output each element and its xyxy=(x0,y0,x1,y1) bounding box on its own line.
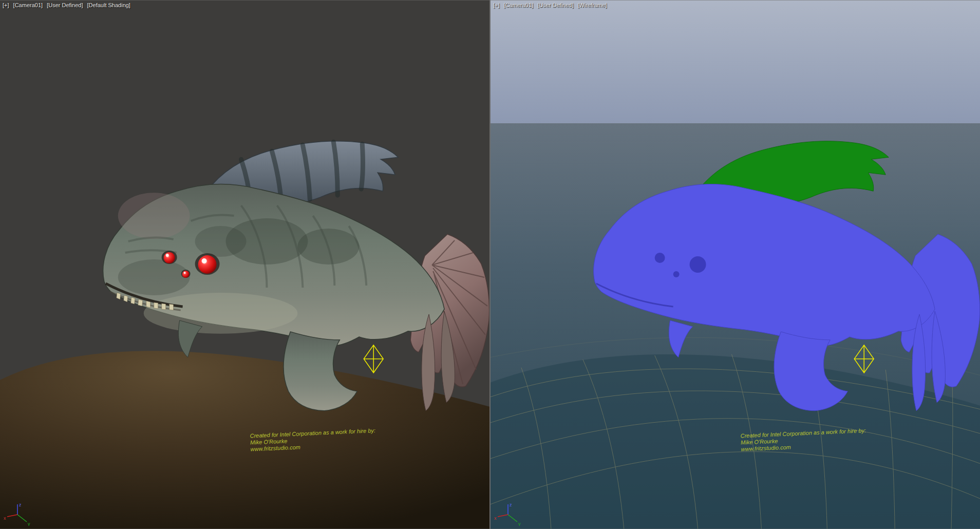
eye-small xyxy=(673,271,680,277)
world-axis-tripod: z x y xyxy=(3,501,34,526)
eye-large xyxy=(690,256,706,273)
axis-label-z: z xyxy=(19,502,22,507)
viewport-label-shaded: [+] [Camera01] [User Defined] [Default S… xyxy=(3,2,133,8)
eye-highlight xyxy=(202,258,207,263)
eye-highlight xyxy=(184,272,186,274)
viewport-menu-shading[interactable]: [Default Shading] xyxy=(87,2,130,8)
eye-large xyxy=(198,255,217,274)
viewport-canvas-wireframe[interactable] xyxy=(491,0,980,529)
viewport-canvas-shaded[interactable] xyxy=(0,0,489,529)
viewport-wireframe[interactable]: [+] [Camera01] [User Defined] [Wireframe… xyxy=(491,0,980,529)
viewport-menu-camera[interactable]: [Camera01] xyxy=(13,2,43,8)
sky-gradient xyxy=(491,1,980,124)
axis-label-y: y xyxy=(518,521,521,526)
viewport-menu-plus[interactable]: [+] xyxy=(493,2,500,8)
eye-medium xyxy=(655,253,665,263)
world-axis-tripod: z x y xyxy=(494,501,524,526)
eye-medium xyxy=(164,252,175,263)
axis-label-y: y xyxy=(28,521,30,526)
axis-label-x: x xyxy=(4,516,6,521)
max-viewport-area: [+] [Camera01] [User Defined] [Default S… xyxy=(0,0,980,529)
viewport-menu-plus[interactable]: [+] xyxy=(3,2,9,8)
eye-highlight xyxy=(166,254,169,257)
viewport-menu-camera[interactable]: [Camera01] xyxy=(504,2,533,8)
axis-label-z: z xyxy=(510,502,512,507)
viewport-menu-shading[interactable]: [Wireframe] xyxy=(578,2,607,8)
viewport-menu-user-defined[interactable]: [User Defined] xyxy=(537,2,573,8)
axis-label-x: x xyxy=(494,516,497,521)
eye-small xyxy=(182,271,190,278)
viewport-menu-user-defined[interactable]: [User Defined] xyxy=(47,2,83,8)
viewport-shaded[interactable]: [+] [Camera01] [User Defined] [Default S… xyxy=(0,0,489,529)
viewport-label-wireframe: [+] [Camera01] [User Defined] [Wireframe… xyxy=(493,2,609,8)
